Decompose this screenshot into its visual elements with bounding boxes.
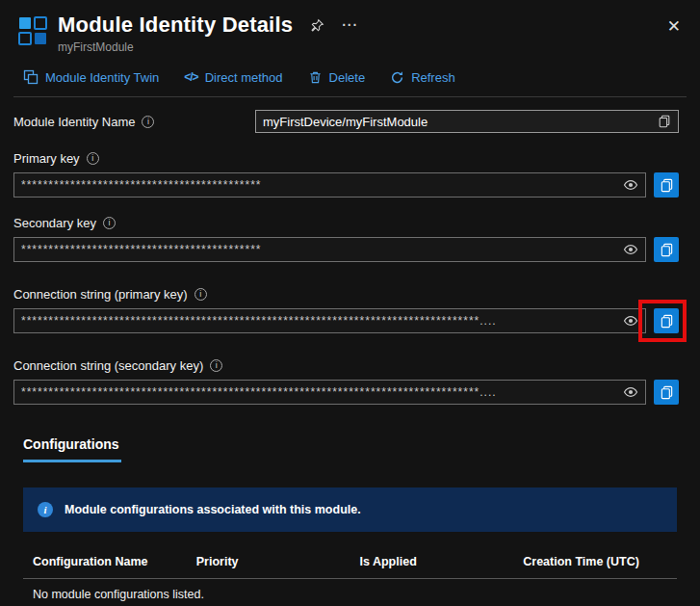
panel-header: Module Identity Details ··· myFirstModul… xyxy=(0,0,700,54)
column-header[interactable]: Is Applied xyxy=(350,555,514,568)
column-header[interactable]: Configuration Name xyxy=(23,555,187,568)
masked-value: ****************************************… xyxy=(21,243,615,256)
refresh-icon xyxy=(390,70,404,85)
tab-configurations[interactable]: Configurations xyxy=(23,436,121,462)
column-header[interactable]: Creation Time (UTC) xyxy=(513,555,677,568)
direct-method-button[interactable]: </> Direct method xyxy=(184,70,282,85)
module-icon xyxy=(17,15,48,46)
field-module-identity-name: Module Identity Name i myFirstDevice/myF… xyxy=(13,110,679,133)
close-icon[interactable]: ✕ xyxy=(667,18,681,35)
field-label: Primary key xyxy=(13,151,80,166)
connection-string-primary-input[interactable]: ****************************************… xyxy=(13,308,646,333)
copy-button-highlighted[interactable] xyxy=(654,308,679,333)
configurations-table: Configuration Name Priority Is Applied C… xyxy=(23,555,677,606)
info-banner-icon: i xyxy=(38,502,53,517)
twin-icon xyxy=(23,69,39,85)
field-label: Secondary key xyxy=(13,216,96,230)
info-icon[interactable]: i xyxy=(87,152,99,165)
field-connection-string-secondary: Connection string (secondary key) i ****… xyxy=(13,358,679,405)
field-label: Connection string (secondary key) xyxy=(13,358,203,373)
toolbar-label: Refresh xyxy=(411,70,455,85)
pin-icon[interactable] xyxy=(310,18,324,33)
connection-string-secondary-input[interactable]: ****************************************… xyxy=(13,380,646,405)
field-secondary-key: Secondary key i ************************… xyxy=(13,216,679,262)
toolbar-label: Direct method xyxy=(205,70,283,85)
toolbar: Module Identity Twin </> Direct method D… xyxy=(13,60,687,97)
trash-icon xyxy=(308,70,323,85)
field-connection-string-primary: Connection string (primary key) i ******… xyxy=(13,287,679,333)
info-icon[interactable]: i xyxy=(142,116,154,128)
form-content: Module Identity Name i myFirstDevice/myF… xyxy=(0,110,700,405)
copy-button[interactable] xyxy=(654,380,679,405)
reveal-eye-icon[interactable] xyxy=(623,384,638,400)
empty-table-message: No module configurations listed. xyxy=(23,579,677,606)
module-identity-details-panel: Module Identity Details ··· myFirstModul… xyxy=(0,0,700,606)
module-identity-twin-button[interactable]: Module Identity Twin xyxy=(23,69,159,85)
field-primary-key: Primary key i **************************… xyxy=(13,151,679,198)
copy-icon[interactable] xyxy=(658,115,671,128)
masked-value: ****************************************… xyxy=(21,385,615,399)
info-icon[interactable]: i xyxy=(210,359,222,372)
info-icon[interactable]: i xyxy=(103,217,116,229)
toolbar-label: Module Identity Twin xyxy=(45,70,159,85)
primary-key-input[interactable]: ****************************************… xyxy=(13,172,646,198)
reveal-eye-icon[interactable] xyxy=(623,177,638,193)
code-icon: </> xyxy=(184,70,197,84)
configurations-section: Configurations i Module configurations a… xyxy=(0,435,700,606)
module-subtitle: myFirstModule xyxy=(58,40,358,54)
info-banner-text: Module configurations associated with th… xyxy=(65,503,361,516)
delete-button[interactable]: Delete xyxy=(308,70,366,85)
module-identity-name-input[interactable]: myFirstDevice/myFirstModule xyxy=(255,110,679,133)
toolbar-label: Delete xyxy=(329,70,366,85)
reveal-eye-icon[interactable] xyxy=(623,242,638,257)
field-label: Module Identity Name xyxy=(13,115,135,129)
secondary-key-input[interactable]: ****************************************… xyxy=(13,237,646,262)
reveal-eye-icon[interactable] xyxy=(623,313,638,329)
copy-button[interactable] xyxy=(654,237,679,262)
title-block: Module Identity Details ··· myFirstModul… xyxy=(58,13,358,54)
copy-button[interactable] xyxy=(654,172,679,198)
table-header-row: Configuration Name Priority Is Applied C… xyxy=(23,555,677,579)
page-title: Module Identity Details xyxy=(58,13,293,38)
refresh-button[interactable]: Refresh xyxy=(390,70,455,85)
column-header[interactable]: Priority xyxy=(187,555,350,568)
field-label: Connection string (primary key) xyxy=(13,287,188,302)
more-options-icon[interactable]: ··· xyxy=(342,17,358,33)
info-icon[interactable]: i xyxy=(194,288,207,301)
masked-value: ****************************************… xyxy=(21,314,615,328)
info-banner: i Module configurations associated with … xyxy=(23,487,677,532)
module-identity-name-value: myFirstDevice/myFirstModule xyxy=(263,115,652,129)
masked-value: ****************************************… xyxy=(21,178,615,192)
